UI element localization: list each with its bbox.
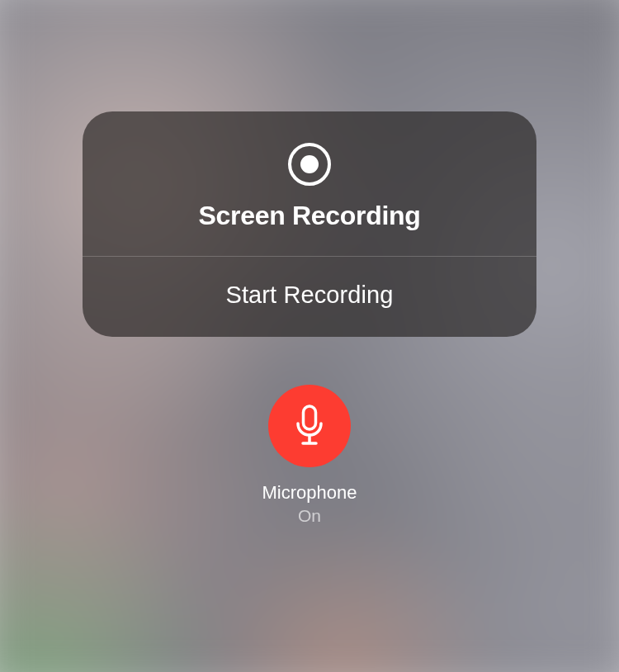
microphone-status: On [298, 506, 321, 526]
record-icon-dot [300, 155, 319, 173]
record-icon [286, 141, 333, 187]
panel-header: Screen Recording [83, 111, 536, 256]
microphone-label: Microphone [262, 482, 357, 504]
microphone-section: Microphone On [262, 385, 357, 526]
start-recording-label: Start Recording [226, 282, 394, 309]
start-recording-button[interactable]: Start Recording [83, 257, 536, 337]
record-icon-ring [288, 143, 331, 186]
microphone-icon [292, 405, 327, 447]
control-center-overlay: Screen Recording Start Recording Microph… [0, 0, 619, 672]
screen-recording-panel: Screen Recording Start Recording [83, 111, 536, 337]
panel-title: Screen Recording [198, 201, 420, 231]
microphone-toggle-button[interactable] [268, 385, 351, 467]
svg-rect-0 [303, 406, 315, 429]
